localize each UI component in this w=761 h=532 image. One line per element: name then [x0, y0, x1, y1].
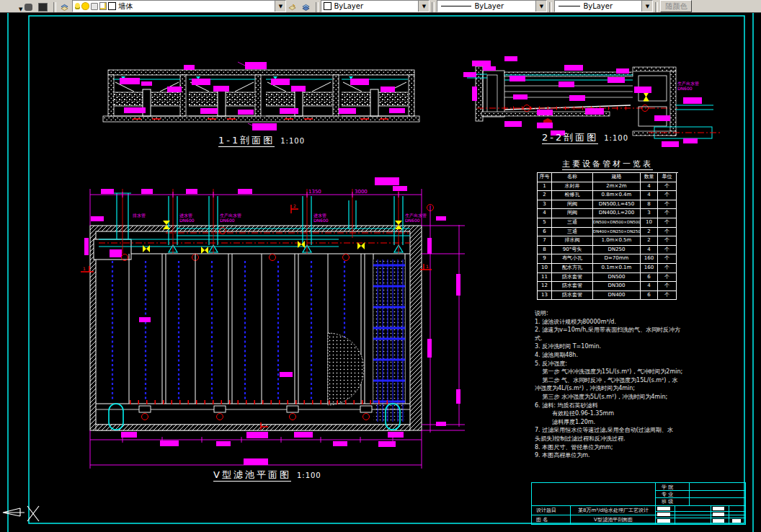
cad-application-window: ▼ 墙体 ▼ — [0, 0, 761, 532]
lineweight-control-combobox[interactable]: ByLayer ▼ — [554, 0, 653, 12]
lineweight-combo-dropdown-arrow[interactable]: ▼ — [641, 1, 652, 12]
layer-states-button[interactable] — [301, 1, 313, 12]
note-line: 说明: — [535, 309, 706, 318]
layer-edit-icon — [288, 4, 296, 11]
toolbar-separator — [432, 2, 435, 12]
bulb-on-icon — [75, 3, 80, 9]
plot-sheet-icon — [99, 2, 107, 10]
section-1-1-geometry — [103, 62, 419, 130]
table-cell: DN500,L=450 — [593, 200, 641, 210]
redacted-name — [713, 507, 724, 510]
table-row: 4闸阀DN400,L=2003个 — [538, 209, 678, 218]
layer-properties-button[interactable] — [23, 1, 35, 12]
table-cell: 0.8m×0.4m — [593, 191, 641, 200]
notes-block: 说明:1. 滤池设计规模为80000m³/d.2. 滤速为v=10m/h,采用带… — [535, 309, 706, 460]
redacted-name — [713, 519, 724, 523]
note-line: 4. 滤池周期48h. — [535, 351, 706, 360]
table-cell: 个 — [658, 200, 677, 210]
linetype-combo-dropdown-arrow[interactable]: ▼ — [535, 1, 546, 12]
table-cell: 个 — [658, 291, 677, 301]
table-cell: 个 — [658, 182, 677, 192]
table-cell: 1 — [538, 182, 552, 192]
redacted-name — [657, 507, 670, 510]
table-cell: DN250 — [593, 246, 641, 255]
class-label: 班 级 — [662, 498, 673, 505]
table-cell: 8 — [641, 200, 658, 210]
make-object-layer-button[interactable] — [37, 1, 50, 12]
table-cell: 配水方孔 — [552, 264, 593, 273]
plan-view-geometry — [81, 177, 465, 469]
design-topic-label: 设计题目 — [536, 507, 556, 514]
note-line: 1. 滤池设计规模为80000m³/d. — [535, 318, 706, 327]
layer-combo-dropdown-arrow[interactable]: ▼ — [275, 1, 285, 12]
table-cell: 水封井 — [552, 182, 593, 192]
table-row: 2检修孔0.8m×0.4m4个 — [538, 191, 678, 200]
table-row: 3闸阀DN500,L=4508个 — [538, 200, 678, 210]
col-header: 规格 — [593, 173, 641, 182]
table-cell: 闸阀 — [552, 209, 593, 218]
sun-icon — [81, 2, 89, 10]
drawing-name-value: V型滤池平剖面图 — [574, 516, 653, 523]
properties-toolbar: ▼ 墙体 ▼ — [0, 0, 761, 13]
combo-arrow-icon[interactable]: ▼ — [19, 6, 22, 12]
note-line: 2. 滤速为v=10m/h,采用带表面扫洗的气、水同时反冲方 — [535, 326, 706, 334]
design-topic-value: 某8万m³/d给水处理厂工艺设计 — [574, 507, 653, 514]
table-row: 7排水阀1.0m×0.5m2个 — [538, 236, 678, 246]
table-row: 1水封井2m×2m4个 — [538, 182, 678, 192]
layer-previous-button[interactable] — [287, 1, 299, 12]
table-cell: 防水套管 — [552, 291, 593, 301]
note-line: 5. 反冲强度: — [535, 360, 706, 368]
table-cell: 个 — [658, 236, 677, 246]
table-cell: 90°弯头 — [552, 246, 593, 255]
major-label: 专 业 — [662, 491, 673, 498]
col-header: 名称 — [552, 173, 593, 182]
table-header-row: 序号 名称 规格 数量 单位 — [538, 173, 678, 182]
dark-square-icon — [38, 3, 48, 12]
table-cell: 6 — [641, 291, 658, 301]
table-cell: 0.1m×0.1m — [593, 264, 641, 273]
title-block: 学 院 专 业 班 级 设计题目 某8万m³/d给水处理厂工艺设计 图 名 V型… — [531, 482, 746, 525]
redacted-name — [732, 519, 741, 523]
plan-view-label: V型滤池平面图1:100 — [213, 467, 321, 482]
table-cell: 三通 — [552, 228, 593, 237]
table-cell: 11 — [538, 273, 552, 283]
note-line: 8. 本图尺寸、管径单位为mm; — [535, 443, 706, 452]
table-cell: 个 — [658, 282, 677, 291]
table-cell: DN500×DN500×DN500 — [593, 218, 641, 228]
layer-control-combobox[interactable]: 墙体 ▼ — [72, 0, 286, 12]
table-cell: 13 — [538, 291, 552, 301]
toolbar-separator — [53, 2, 56, 12]
equipment-table-title: 主要设备管材一览表 — [537, 159, 678, 169]
gear-icon — [25, 4, 32, 11]
linetype-control-combobox[interactable]: ByLayer ▼ — [437, 0, 547, 12]
table-cell: 个 — [658, 209, 677, 218]
table-cell: 排水阀 — [552, 236, 593, 246]
drawing-name-label: 图 名 — [536, 516, 548, 523]
note-line: 6. 滤料: 均质石英砂滤料 — [535, 402, 706, 410]
table-cell: 3 — [538, 200, 552, 210]
layer-color-swatch — [108, 2, 116, 10]
note-line: 7. 过滤采用恒水位等速过滤,采用全自动(过滤周期、水 — [535, 426, 706, 435]
toolbar-separator — [549, 2, 552, 12]
toolbar-separator — [655, 2, 658, 12]
table-row: 890°弯头DN2504个 — [538, 246, 678, 255]
table-cell: DN400×DN250×DN250 — [593, 228, 641, 237]
layers-button[interactable] — [59, 1, 71, 12]
note-line: 第二步 气、水同时反冲，气冲强度为15L/(s.m²)，水 — [535, 376, 706, 385]
note-line: 3. 反冲洗时间 T=10min. — [535, 342, 706, 351]
table-cell: DN300 — [593, 282, 641, 291]
redacted-name — [657, 519, 670, 523]
table-cell: 布气小孔 — [552, 254, 593, 264]
lineweight-value: ByLayer — [583, 2, 613, 10]
plot-style-button[interactable]: 随颜色 — [660, 0, 692, 12]
table-cell: D=70mm — [593, 254, 641, 264]
table-cell: 防水套管 — [552, 282, 593, 291]
color-control-combobox[interactable]: ByLayer ▼ — [321, 0, 430, 12]
table-row: 9布气小孔D=70mm160个 — [538, 254, 678, 264]
col-header: 序号 — [538, 173, 552, 182]
color-combo-dropdown-arrow[interactable]: ▼ — [418, 1, 429, 12]
table-row: 10配水方孔0.1m×0.1m160个 — [538, 264, 678, 273]
table-cell: 个 — [658, 218, 677, 228]
table-cell: 7 — [538, 236, 552, 246]
note-line: 9. 本图高程单位为m. — [535, 451, 706, 460]
